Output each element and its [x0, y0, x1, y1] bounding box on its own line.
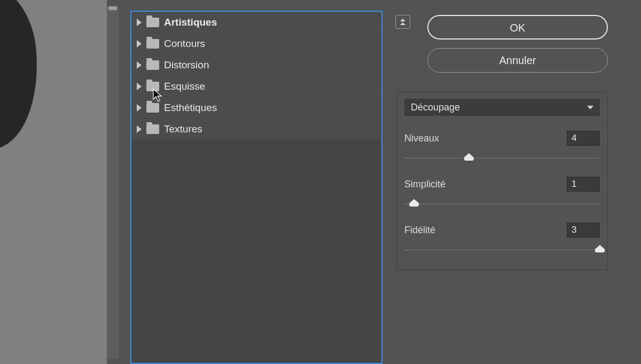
disclosure-triangle-icon: [137, 19, 142, 26]
parameter-value-input[interactable]: 4: [567, 131, 600, 146]
preview-canvas[interactable]: [0, 0, 107, 364]
filter-category-label: Contours: [164, 38, 205, 50]
disclosure-triangle-icon: [137, 83, 142, 90]
effect-parameters-panel: Découpage Niveaux4Simplicité1Fidélité3: [396, 92, 608, 270]
chevron-down-icon: [587, 106, 593, 109]
effect-dropdown-label: Découpage: [411, 102, 460, 113]
filter-category-row[interactable]: Esthétiques: [131, 97, 381, 118]
parameter-slider[interactable]: [404, 154, 600, 162]
filter-category-label: Esthétiques: [164, 102, 217, 114]
slider-track: [404, 203, 600, 204]
ok-button[interactable]: OK: [427, 15, 608, 39]
disclosure-triangle-icon: [137, 61, 142, 69]
filter-category-label: Textures: [164, 123, 202, 135]
parameter-value-input[interactable]: 1: [567, 177, 600, 192]
chevron-up-icon: [400, 19, 405, 21]
filter-category-label: Esquisse: [164, 81, 205, 92]
parameter-label: Simplicité: [404, 179, 445, 190]
preview-scrollbar-track[interactable]: [107, 5, 119, 359]
folder-icon: [146, 18, 159, 27]
parameter-value-input[interactable]: 3: [567, 223, 600, 238]
filter-category-label: Artistiques: [164, 17, 217, 28]
preview-image-silhouette: [0, 0, 46, 154]
parameter-slider[interactable]: [404, 246, 600, 254]
slider-handle[interactable]: [595, 245, 605, 252]
folder-icon: [146, 39, 159, 49]
folder-icon: [146, 60, 159, 70]
parameter-label: Niveaux: [404, 133, 439, 144]
chevron-up-icon: [400, 22, 405, 25]
disclosure-triangle-icon: [137, 125, 142, 133]
effect-dropdown[interactable]: Découpage: [404, 99, 600, 116]
slider-handle[interactable]: [409, 199, 419, 207]
folder-icon: [146, 103, 159, 113]
filter-category-row[interactable]: Contours: [131, 33, 381, 54]
parameter-row: Niveaux4: [404, 131, 600, 162]
disclosure-triangle-icon: [137, 40, 142, 48]
filter-category-row[interactable]: Esquisse: [131, 76, 381, 97]
collapse-panel-button[interactable]: [395, 15, 410, 29]
slider-track: [404, 157, 600, 159]
filter-category-row[interactable]: Artistiques: [131, 12, 381, 33]
filter-category-label: Distorsion: [164, 59, 209, 71]
slider-handle[interactable]: [464, 153, 474, 161]
parameter-row: Fidélité3: [404, 223, 600, 254]
filter-category-panel: ArtistiquesContoursDistorsionEsquisseEst…: [130, 11, 382, 364]
filter-category-row[interactable]: Textures: [131, 118, 381, 140]
preview-column: [0, 0, 124, 364]
disclosure-triangle-icon: [137, 104, 142, 112]
controls-column: OK Annuler Découpage Niveaux4Simplicité1…: [382, 0, 641, 364]
folder-icon: [146, 82, 159, 91]
preview-scrollbar-thumb[interactable]: [108, 6, 117, 10]
parameter-label: Fidélité: [404, 225, 435, 236]
cancel-button[interactable]: Annuler: [427, 48, 608, 73]
slider-track: [404, 249, 600, 250]
folder-icon: [146, 124, 159, 134]
filter-category-row[interactable]: Distorsion: [131, 54, 381, 76]
parameter-row: Simplicité1: [404, 177, 600, 208]
parameter-slider[interactable]: [404, 200, 600, 208]
